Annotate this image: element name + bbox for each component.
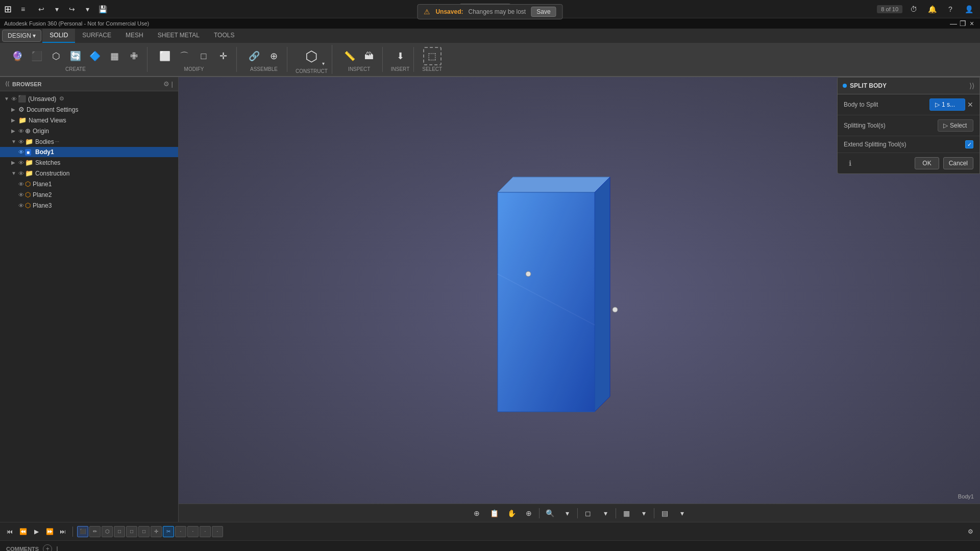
- timeline-item[interactable]: □: [114, 526, 125, 537]
- tree-item-sketches[interactable]: ▶ 👁 📁 Sketches: [0, 157, 178, 168]
- zoom-fit-button[interactable]: 🔍: [543, 506, 557, 520]
- tree-item-plane1[interactable]: 👁 ⬡ Plane1: [0, 179, 178, 189]
- environment-dropdown[interactable]: ▾: [675, 506, 689, 520]
- rib-button[interactable]: ▦: [105, 47, 124, 65]
- joint-button[interactable]: 🔗: [245, 47, 263, 65]
- tree-item-named-views[interactable]: ▶ 📁 Named Views: [0, 115, 178, 126]
- grid-button[interactable]: ▦: [619, 506, 633, 520]
- move-button[interactable]: ✛: [214, 47, 232, 65]
- cancel-button[interactable]: Cancel: [943, 157, 973, 169]
- add-comment-button[interactable]: +: [43, 544, 52, 552]
- save-button-header[interactable]: 💾: [95, 2, 110, 16]
- timeline-item[interactable]: ·: [187, 526, 199, 537]
- panel-expand-icon[interactable]: ⟩⟩: [969, 82, 974, 90]
- minimize-button[interactable]: —: [949, 19, 958, 28]
- fillet-button[interactable]: ⌒: [175, 47, 193, 65]
- redo-button[interactable]: ↪: [65, 2, 79, 16]
- design-dropdown-button[interactable]: DESIGN ▾: [2, 30, 41, 42]
- extrude-button[interactable]: ⬛: [28, 47, 46, 65]
- grid-dropdown[interactable]: ▾: [636, 506, 651, 520]
- ok-button[interactable]: OK: [915, 157, 939, 169]
- undo-button[interactable]: ↩: [34, 2, 48, 16]
- sweep-button[interactable]: 🔄: [66, 47, 85, 65]
- section-analysis-button[interactable]: 🏔: [360, 47, 378, 65]
- browser-collapse-button[interactable]: |: [172, 80, 173, 88]
- eye-icon[interactable]: 👁: [18, 139, 24, 145]
- environment-button[interactable]: ▤: [657, 506, 672, 520]
- redo-dropdown-button[interactable]: ▾: [80, 2, 94, 16]
- tree-item-plane2[interactable]: 👁 ⬡ Plane2: [0, 189, 178, 200]
- timeline-last-button[interactable]: ⏭: [57, 526, 68, 537]
- browser-collapse-icon[interactable]: ⟨⟨: [5, 81, 9, 87]
- timeline-item[interactable]: ·: [200, 526, 211, 537]
- tree-item-body1[interactable]: 👁 ■ Body1: [0, 147, 178, 157]
- timeline-item[interactable]: □: [138, 526, 150, 537]
- app-logo[interactable]: ⊞: [4, 4, 12, 15]
- comments-collapse-button[interactable]: |: [56, 545, 58, 551]
- orbit-button[interactable]: 📋: [487, 506, 501, 520]
- eye-icon[interactable]: 👁: [18, 128, 24, 134]
- info-button[interactable]: ℹ: [844, 157, 856, 169]
- timeline-item[interactable]: ✛: [151, 526, 162, 537]
- timeline-next-button[interactable]: ⏩: [44, 526, 55, 537]
- revolve-button[interactable]: ⬡: [47, 47, 65, 65]
- new-component-button[interactable]: 🔮: [8, 47, 27, 65]
- eye-icon[interactable]: 👁: [18, 181, 24, 187]
- tab-surface[interactable]: SURFACE: [75, 29, 118, 43]
- timeline-item[interactable]: □: [126, 526, 137, 537]
- eye-icon[interactable]: 👁: [18, 192, 24, 198]
- zoom-dropdown[interactable]: ▾: [560, 506, 574, 520]
- splitting-tools-select-button[interactable]: ▷ Select: [938, 119, 973, 132]
- tree-item-origin[interactable]: ▶ 👁 ⊕ Origin: [0, 126, 178, 136]
- viewport[interactable]: TOP RIGHT SPLIT BODY ⟩⟩ Body to Split ▷ …: [179, 77, 980, 522]
- camera-button[interactable]: ⊕: [470, 506, 484, 520]
- display-mode-button[interactable]: ◻: [581, 506, 595, 520]
- eye-icon[interactable]: 👁: [18, 203, 24, 209]
- body-to-split-clear-button[interactable]: ✕: [967, 101, 973, 109]
- timeline-first-button[interactable]: ⏮: [4, 526, 15, 537]
- press-pull-button[interactable]: ⬜: [156, 47, 174, 65]
- timeline-item[interactable]: ✏: [89, 526, 101, 537]
- joint-origin-button[interactable]: ⊕: [264, 47, 283, 65]
- tree-item-unsaved[interactable]: ▼ 👁 ⬛ (Unsaved) ⚙: [0, 93, 178, 104]
- maximize-button[interactable]: ❐: [959, 19, 967, 28]
- clock-button[interactable]: ⏱: [906, 2, 921, 16]
- timeline-play-button[interactable]: ▶: [31, 526, 42, 537]
- timeline-item[interactable]: ·: [212, 526, 223, 537]
- timeline-settings-button[interactable]: ⚙: [965, 526, 976, 537]
- display-dropdown[interactable]: ▾: [598, 506, 612, 520]
- save-document-button[interactable]: Save: [531, 7, 556, 17]
- notifications-button[interactable]: 🔔: [925, 2, 939, 16]
- timeline-prev-button[interactable]: ⏪: [17, 526, 29, 537]
- timeline-item-selected[interactable]: ✂: [163, 526, 174, 537]
- timeline-item[interactable]: ⬛: [77, 526, 88, 537]
- eye-icon[interactable]: 👁: [18, 160, 24, 166]
- tab-solid[interactable]: SOLID: [42, 29, 75, 43]
- tree-item-bodies[interactable]: ▼ 👁 📁 Bodies ···: [0, 136, 178, 147]
- eye-icon[interactable]: 👁: [18, 149, 24, 155]
- settings-icon[interactable]: ⚙: [59, 95, 64, 102]
- tab-sheet-metal[interactable]: SHEET METAL: [151, 29, 207, 43]
- tree-item-document-settings[interactable]: ▶ ⚙ Document Settings: [0, 104, 178, 115]
- file-menu-button[interactable]: ≡: [16, 2, 30, 16]
- browser-filter-button[interactable]: ⚙: [163, 80, 169, 88]
- zoom-button[interactable]: ⊕: [522, 506, 536, 520]
- eye-icon[interactable]: 👁: [18, 170, 24, 177]
- help-button[interactable]: ?: [943, 2, 958, 16]
- body-to-split-select-button[interactable]: ▷ 1 s...: [929, 98, 965, 111]
- extend-checkbox[interactable]: [965, 140, 973, 148]
- eye-icon[interactable]: 👁: [11, 96, 17, 102]
- measure-button[interactable]: 📏: [340, 47, 359, 65]
- tree-item-construction[interactable]: ▼ 👁 📁 Construction: [0, 168, 178, 179]
- timeline-item[interactable]: ·: [175, 526, 186, 537]
- insert-button[interactable]: ⬇: [391, 47, 409, 65]
- undo-dropdown-button[interactable]: ▾: [50, 2, 64, 16]
- timeline-item[interactable]: ⬡: [102, 526, 113, 537]
- tree-item-plane3[interactable]: 👁 ⬡ Plane3: [0, 200, 178, 211]
- close-button[interactable]: ×: [968, 19, 976, 28]
- shell-button[interactable]: □: [194, 47, 213, 65]
- loft-button[interactable]: 🔷: [86, 47, 104, 65]
- user-button[interactable]: 👤: [962, 2, 976, 16]
- select-button[interactable]: ⬚: [423, 47, 442, 65]
- pan-button[interactable]: ✋: [504, 506, 519, 520]
